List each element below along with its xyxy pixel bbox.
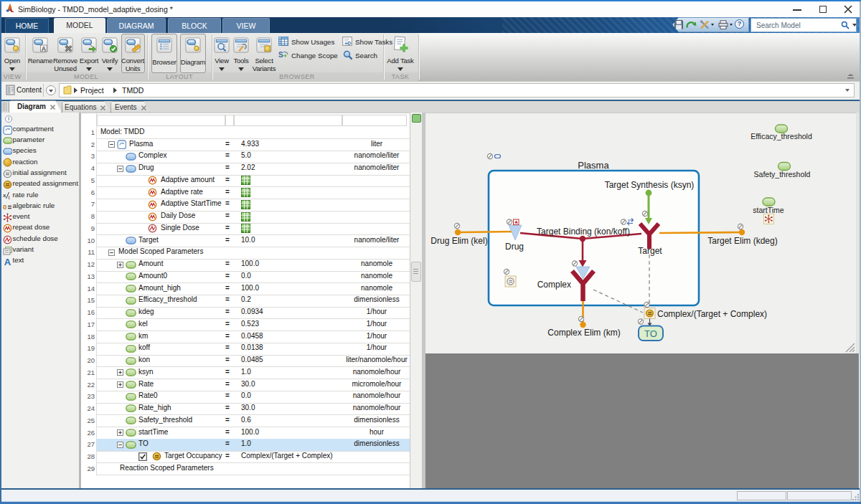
svg-text:Safety_threshold: Safety_threshold [754,170,811,179]
svg-text:Target Synthesis (ksyn): Target Synthesis (ksyn) [605,180,695,190]
svg-text:S: S [278,51,283,59]
svg-text:Drug Elim (kel): Drug Elim (kel) [430,236,487,246]
svg-text:A: A [42,45,47,52]
svg-text:x: x [3,191,6,199]
svg-text:Complex Elim (km): Complex Elim (km) [547,328,620,338]
svg-text:Target Binding (kon/koff): Target Binding (kon/koff) [537,227,630,237]
svg-text:A: A [4,257,11,266]
svg-text:0: 0 [3,203,6,211]
svg-text:Plasma: Plasma [578,160,609,171]
svg-text:Efficacy_threshold: Efficacy_threshold [751,132,812,141]
svg-text:t: t [9,194,11,201]
svg-text:TO: TO [644,328,657,339]
svg-text:Complex/(Target + Complex): Complex/(Target + Complex) [657,309,767,319]
svg-text:startTime: startTime [753,206,784,214]
svg-text:Complex: Complex [537,280,571,290]
svg-text:Target: Target [638,246,662,256]
svg-text:Target Elim (kdeg): Target Elim (kdeg) [707,236,777,246]
svg-text:Drug: Drug [505,242,524,252]
